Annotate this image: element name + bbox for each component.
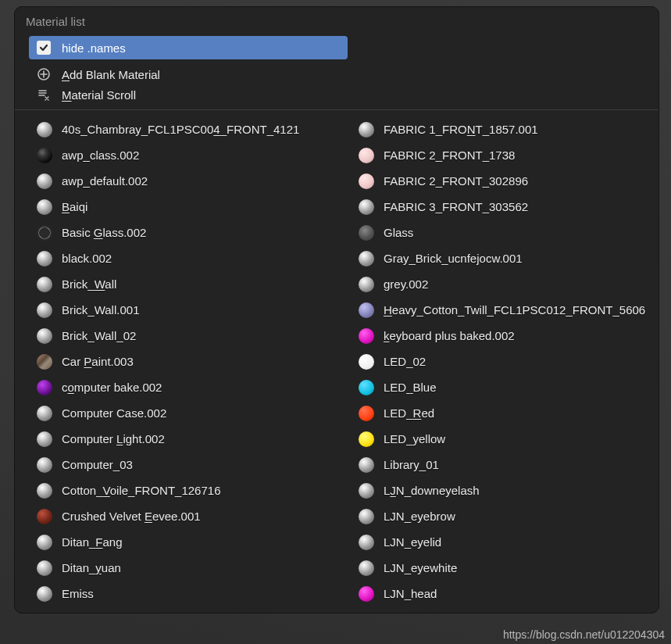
material-item[interactable]: FABRIC 2_FRONT_302896: [337, 168, 659, 194]
materials-column-2: FABRIC 1_FRONT_1857.001FABRIC 2_FRONT_17…: [337, 116, 659, 606]
material-label: Computer_03: [62, 458, 133, 471]
material-item[interactable]: grey.002: [337, 271, 659, 297]
material-item[interactable]: LJN_eyewhite: [337, 555, 659, 581]
material-label: grey.002: [384, 277, 428, 291]
material-swatch: [359, 174, 374, 189]
material-label: Basic Glass.002: [62, 226, 146, 239]
material-swatch: [359, 509, 374, 524]
material-label: awp_default.002: [62, 174, 148, 188]
material-item[interactable]: awp_default.002: [15, 168, 337, 194]
material-scroll-button[interactable]: Material Scroll: [15, 84, 659, 105]
material-item[interactable]: Computer_03: [15, 452, 337, 478]
material-label: black.002: [62, 252, 112, 265]
watermark-text: https://blog.csdn.net/u012204304: [503, 628, 665, 641]
material-label: Car Paint.003: [62, 355, 134, 368]
material-label: LED_yellow: [384, 432, 445, 445]
material-label: Computer Case.002: [62, 406, 166, 420]
material-label: computer bake.002: [62, 381, 162, 394]
material-item[interactable]: LED_Red: [337, 400, 659, 426]
material-item[interactable]: black.002: [15, 245, 337, 271]
material-label: FABRIC 2_FRONT_1738: [384, 148, 515, 162]
material-label: Gray_Brick_ucnfejocw.001: [384, 252, 523, 265]
material-item[interactable]: FABRIC 2_FRONT_1738: [337, 142, 659, 168]
material-swatch: [37, 560, 52, 576]
material-swatch: [359, 431, 374, 447]
check-icon: [39, 43, 48, 52]
material-item[interactable]: Emiss: [15, 581, 337, 606]
material-item[interactable]: LED_02: [337, 349, 659, 374]
material-item[interactable]: computer bake.002: [15, 374, 337, 400]
plus-circle-icon: [37, 67, 51, 81]
add-blank-material-label: Add Blank Material: [62, 68, 160, 81]
material-swatch: [37, 380, 52, 395]
material-item[interactable]: FABRIC 3_FRONT_303562: [337, 194, 659, 220]
material-label: FABRIC 2_FRONT_302896: [384, 174, 528, 188]
material-label: LJN_head: [384, 587, 437, 600]
panel-title: Material list: [15, 7, 659, 34]
material-label: Emiss: [62, 587, 94, 600]
material-swatch: [359, 277, 374, 292]
material-item[interactable]: LED_Blue: [337, 374, 659, 400]
material-item[interactable]: Ditan_yuan: [15, 555, 337, 581]
material-item[interactable]: awp_class.002: [15, 142, 337, 168]
material-item[interactable]: Cotton_Voile_FRONT_126716: [15, 478, 337, 503]
material-item[interactable]: Baiqi: [15, 194, 337, 220]
material-label: Brick_Wall.001: [62, 303, 139, 317]
material-item[interactable]: Ditan_Fang: [15, 529, 337, 555]
material-item[interactable]: LJN_downeyelash: [337, 478, 659, 503]
material-swatch: [37, 457, 52, 473]
material-swatch: [37, 586, 52, 602]
material-label: Baiqi: [62, 200, 87, 213]
hide-names-label: hide .names: [62, 41, 126, 55]
material-label: Cotton_Voile_FRONT_126716: [62, 484, 220, 497]
material-item[interactable]: LJN_head: [337, 581, 659, 606]
panel-header-section: hide .names Add Blank Material Material …: [15, 36, 659, 110]
hide-names-row[interactable]: hide .names: [15, 36, 659, 59]
material-label: Brick_Wall: [62, 277, 116, 291]
material-item[interactable]: FABRIC 1_FRONT_1857.001: [337, 116, 659, 142]
material-swatch: [37, 148, 52, 163]
materials-column-1: 40s_Chambray_FCL1PSC004_FRONT_4121awp_cl…: [15, 116, 337, 606]
material-label: LED_02: [384, 355, 426, 368]
material-swatch: [37, 431, 52, 447]
material-item[interactable]: Computer Case.002: [15, 400, 337, 426]
hide-names-checkbox[interactable]: [37, 41, 51, 55]
material-swatch: [359, 535, 374, 550]
material-item[interactable]: LED_yellow: [337, 426, 659, 452]
material-item[interactable]: Library_01: [337, 452, 659, 478]
material-item[interactable]: Brick_Wall_02: [15, 323, 337, 349]
material-item[interactable]: Computer Light.002: [15, 426, 337, 452]
material-item[interactable]: Car Paint.003: [15, 349, 337, 374]
material-label: LJN_eyewhite: [384, 561, 457, 574]
material-item[interactable]: LJN_eyebrow: [337, 503, 659, 529]
material-item[interactable]: Basic Glass.002: [15, 220, 337, 245]
material-label: LED_Blue: [384, 381, 437, 394]
material-swatch: [37, 509, 52, 524]
material-item[interactable]: Crushed Velvet Eevee.001: [15, 503, 337, 529]
material-swatch: [37, 174, 52, 189]
material-item[interactable]: Heavy_Cotton_Twill_FCL1PSC012_FRONT_5606: [337, 297, 659, 323]
material-label: LJN_eyelid: [384, 535, 441, 549]
material-label: keyboard plus baked.002: [384, 329, 515, 342]
material-scroll-label: Material Scroll: [62, 88, 136, 102]
material-label: Brick_Wall_02: [62, 329, 136, 342]
material-swatch: [359, 380, 374, 395]
material-swatch: [37, 225, 52, 241]
material-item[interactable]: Brick_Wall: [15, 271, 337, 297]
material-item[interactable]: 40s_Chambray_FCL1PSC004_FRONT_4121: [15, 116, 337, 142]
list-x-icon: [37, 88, 51, 102]
material-item[interactable]: Glass: [337, 220, 659, 245]
material-item[interactable]: Brick_Wall.001: [15, 297, 337, 323]
material-label: FABRIC 1_FRONT_1857.001: [384, 123, 538, 136]
material-label: Library_01: [384, 458, 439, 471]
material-item[interactable]: Gray_Brick_ucnfejocw.001: [337, 245, 659, 271]
material-item[interactable]: keyboard plus baked.002: [337, 323, 659, 349]
material-swatch: [37, 251, 52, 267]
material-item[interactable]: LJN_eyelid: [337, 529, 659, 555]
material-label: Heavy_Cotton_Twill_FCL1PSC012_FRONT_5606: [384, 303, 645, 317]
add-blank-material-button[interactable]: Add Blank Material: [15, 64, 659, 84]
material-list-panel: Material list hide .names Add Blank Mate…: [14, 6, 659, 614]
material-swatch: [359, 122, 374, 138]
material-label: Ditan_Fang: [62, 535, 123, 549]
material-swatch: [359, 225, 374, 241]
